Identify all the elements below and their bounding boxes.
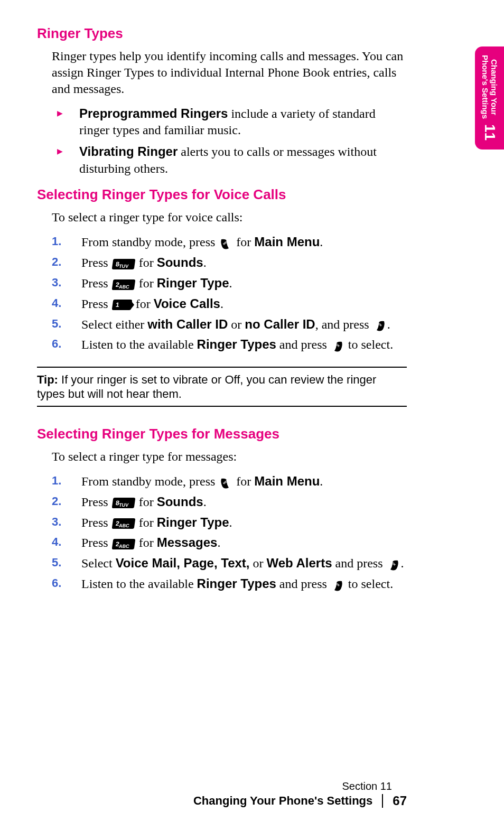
tip-label: Tip:	[37, 373, 58, 386]
intro-messages: To select a ringer type for messages:	[52, 449, 407, 465]
steps-voice: From standby mode, press MENU for Main M…	[52, 233, 407, 354]
key-1-icon: 1	[111, 300, 132, 310]
page-content: Ringer Types Ringer types help you ident…	[37, 25, 407, 606]
step: Press 2ABC for Messages.	[52, 534, 407, 552]
step: From standby mode, press MENU for Main M…	[52, 472, 407, 491]
tip-text: If your ringer is set to vibrate or Off,…	[37, 373, 376, 400]
section-tab: Changing YourPhone's Settings 11	[475, 46, 504, 150]
ok-key-icon: OK	[387, 558, 400, 571]
page-footer: Section 11 Changing Your Phone's Setting…	[37, 780, 407, 808]
tab-number: 11	[481, 124, 498, 141]
ok-key-icon: OK	[331, 579, 344, 592]
step: Press 2ABC for Ringer Type.	[52, 514, 407, 532]
key-8-icon: 8TUV	[111, 259, 135, 269]
heading-voice-calls: Selecting Ringer Types for Voice Calls	[37, 186, 407, 203]
tab-label: Changing YourPhone's Settings	[480, 55, 499, 119]
footer-title: Changing Your Phone's Settings	[193, 794, 383, 808]
heading-ringer-types: Ringer Types	[37, 25, 407, 42]
tip-box: Tip: If your ringer is set to vibrate or…	[37, 367, 407, 407]
step: Press 8TUV for Sounds.	[52, 254, 407, 272]
intro-voice: To select a ringer type for voice calls:	[52, 209, 407, 226]
step: Listen to the available Ringer Types and…	[52, 575, 407, 593]
footer-page-number: 67	[393, 794, 407, 808]
intro-paragraph: Ringer types help you identify incoming …	[52, 48, 407, 98]
menu-key-icon: MENU	[219, 237, 232, 250]
ok-key-icon: OK	[374, 319, 386, 332]
step: Press 1 for Voice Calls.	[52, 295, 407, 313]
key-2-icon: 2ABC	[111, 279, 135, 290]
key-2-icon: 2ABC	[111, 518, 135, 529]
step: Press 8TUV for Sounds.	[52, 493, 407, 511]
bullet-bold: Preprogrammed Ringers	[79, 106, 228, 120]
footer-section: Section 11	[37, 780, 407, 792]
ok-key-icon: OK	[331, 340, 344, 352]
bullet-list: Preprogrammed Ringers include a variety …	[56, 105, 407, 178]
heading-messages: Selecting Ringer Types for Messages	[37, 426, 407, 442]
step: From standby mode, press MENU for Main M…	[52, 233, 407, 251]
key-2-icon: 2ABC	[111, 539, 135, 549]
step: Listen to the available Ringer Types and…	[52, 335, 407, 354]
bullet-bold: Vibrating Ringer	[79, 144, 178, 158]
step: Select either with Caller ID or no Calle…	[52, 315, 407, 334]
bullet-vibrating: Vibrating Ringer alerts you to calls or …	[56, 143, 407, 177]
bullet-preprogrammed: Preprogrammed Ringers include a variety …	[56, 105, 407, 139]
key-8-icon: 8TUV	[111, 498, 135, 508]
step: Press 2ABC for Ringer Type.	[52, 274, 407, 293]
step: Select Voice Mail, Page, Text, or Web Al…	[52, 554, 407, 573]
steps-messages: From standby mode, press MENU for Main M…	[52, 472, 407, 593]
menu-key-icon: MENU	[219, 477, 232, 489]
